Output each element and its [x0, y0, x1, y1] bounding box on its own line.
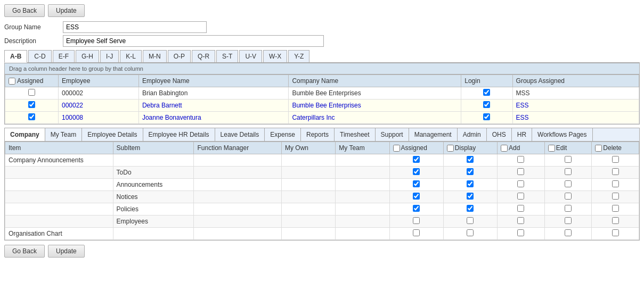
perm-add-cb-3[interactable]	[517, 193, 524, 200]
perm-delete-cb-3[interactable]	[612, 193, 619, 200]
alphabet-tabs: A-BC-DE-FG-HI-JK-LM-NO-PQ-RS-TU-VW-XY-Z	[4, 50, 640, 63]
emp-col-assigned: Assigned	[5, 75, 59, 87]
emp-login-cb-0[interactable]	[483, 89, 490, 96]
perm-delete-cb-5[interactable]	[612, 217, 619, 224]
perm-add-cb-6[interactable]	[517, 229, 524, 236]
alpha-tab-q-r[interactable]: Q-R	[192, 50, 215, 62]
perm-display-cb-3[interactable]	[467, 193, 474, 200]
perm-tab-leave-details[interactable]: Leave Details	[215, 128, 265, 141]
emp-assigned-cb-1[interactable]	[28, 101, 35, 108]
perm-display-header-cb[interactable]	[447, 145, 454, 152]
perm-cell-assigned	[389, 167, 443, 179]
perm-delete-cb-1[interactable]	[612, 168, 619, 175]
emp-cell-company: Caterpillars Inc	[289, 112, 461, 124]
perm-delete-header-cb[interactable]	[595, 145, 602, 152]
emp-login-cb-2[interactable]	[483, 113, 490, 120]
perm-tab-employee-details[interactable]: Employee Details	[82, 128, 143, 141]
perm-tab-reports[interactable]: Reports	[301, 128, 335, 141]
perm-assigned-cb-4[interactable]	[413, 205, 420, 212]
update-button-top[interactable]: Update	[48, 4, 85, 17]
perm-edit-header-cb[interactable]	[548, 145, 555, 152]
perm-delete-cb-2[interactable]	[612, 180, 619, 187]
alpha-tab-s-t[interactable]: S-T	[216, 50, 238, 62]
alpha-tab-w-x[interactable]: W-X	[263, 50, 287, 62]
go-back-button-bottom[interactable]: Go Back	[4, 245, 45, 258]
perm-add-cb-4[interactable]	[517, 205, 524, 212]
perm-tab-admin[interactable]: Admin	[458, 128, 487, 141]
perm-cell-assigned	[389, 228, 443, 240]
perm-cell-my-own	[282, 179, 336, 191]
perm-tab-management[interactable]: Management	[409, 128, 458, 141]
perm-edit-cb-4[interactable]	[565, 205, 572, 212]
perm-tab-ohs[interactable]: OHS	[487, 128, 512, 141]
alpha-tab-i-j[interactable]: I-J	[100, 50, 119, 62]
assigned-header-checkbox[interactable]	[9, 78, 15, 85]
emp-cell-login	[461, 87, 512, 100]
perm-display-cb-1[interactable]	[467, 168, 474, 175]
perm-delete-cb-4[interactable]	[612, 205, 619, 212]
emp-assigned-cb-2[interactable]	[28, 113, 35, 120]
perm-cell-item	[5, 203, 113, 216]
perm-assigned-cb-0[interactable]	[413, 156, 420, 163]
alpha-tab-u-v[interactable]: U-V	[239, 50, 262, 62]
perm-add-header-cb[interactable]	[501, 145, 508, 152]
perm-cell-edit	[544, 203, 592, 216]
perm-cell-subitem	[113, 154, 194, 167]
perm-assigned-cb-2[interactable]	[413, 180, 420, 187]
perm-edit-cb-6[interactable]	[565, 229, 572, 236]
description-input[interactable]	[63, 35, 324, 47]
go-back-button-top[interactable]: Go Back	[4, 4, 45, 17]
perm-col-add: Add	[498, 142, 545, 154]
alpha-tab-e-f[interactable]: E-F	[53, 50, 75, 62]
perm-cell-item: Organisation Chart	[5, 228, 113, 240]
emp-login-cb-1[interactable]	[483, 101, 490, 108]
perm-add-cb-5[interactable]	[517, 217, 524, 224]
perm-display-cb-2[interactable]	[467, 180, 474, 187]
perm-tab-workflows-pages[interactable]: Workflows Pages	[532, 128, 592, 141]
perm-delete-cb-6[interactable]	[612, 229, 619, 236]
perm-add-cb-0[interactable]	[517, 156, 524, 163]
update-button-bottom[interactable]: Update	[48, 245, 85, 258]
perm-edit-cb-0[interactable]	[565, 156, 572, 163]
top-toolbar: Go Back Update	[4, 4, 640, 17]
alpha-tab-c-d[interactable]: C-D	[28, 50, 51, 62]
alpha-tab-g-h[interactable]: G-H	[76, 50, 99, 62]
perm-display-cb-5[interactable]	[467, 217, 474, 224]
perm-display-cb-4[interactable]	[467, 205, 474, 212]
bottom-toolbar: Go Back Update	[4, 245, 640, 258]
perm-assigned-cb-5[interactable]	[413, 217, 420, 224]
perm-tab-employee-hr-details[interactable]: Employee HR Details	[143, 128, 215, 141]
perm-edit-cb-1[interactable]	[565, 168, 572, 175]
perm-tab-support[interactable]: Support	[376, 128, 409, 141]
emp-assigned-cb-0[interactable]	[28, 89, 35, 96]
alpha-tab-o-p[interactable]: O-P	[168, 50, 191, 62]
alpha-tab-k-l[interactable]: K-L	[120, 50, 142, 62]
perm-col-edit: Edit	[544, 142, 592, 154]
alpha-tab-a-b[interactable]: A-B	[4, 50, 27, 63]
perm-assigned-cb-6[interactable]	[413, 229, 420, 236]
perm-display-cb-6[interactable]	[467, 229, 474, 236]
perm-tab-my-team[interactable]: My Team	[45, 128, 82, 141]
alpha-tab-m-n[interactable]: M-N	[143, 50, 167, 62]
group-name-input[interactable]	[63, 21, 207, 33]
perm-add-cb-2[interactable]	[517, 180, 524, 187]
perm-cell-display	[443, 203, 497, 216]
perm-add-cb-1[interactable]	[517, 168, 524, 175]
perm-tab-timesheet[interactable]: Timesheet	[335, 128, 376, 141]
perm-delete-cb-0[interactable]	[612, 156, 619, 163]
perm-edit-cb-2[interactable]	[565, 180, 572, 187]
perm-edit-cb-3[interactable]	[565, 193, 572, 200]
perm-edit-cb-5[interactable]	[565, 217, 572, 224]
perm-assigned-cb-3[interactable]	[413, 193, 420, 200]
emp-cell-name: Debra Barnett	[138, 100, 288, 112]
perm-assigned-cb-1[interactable]	[413, 168, 420, 175]
perm-assigned-header-cb[interactable]	[393, 145, 400, 152]
perm-cell-my-own	[282, 191, 336, 203]
employee-row: 000022 Debra Barnett Bumble Bee Enterpri…	[5, 100, 639, 112]
alpha-tab-y-z[interactable]: Y-Z	[288, 50, 309, 62]
perm-tab-expense[interactable]: Expense	[265, 128, 301, 141]
perm-display-cb-0[interactable]	[467, 156, 474, 163]
perm-tab-company[interactable]: Company	[5, 128, 45, 141]
emp-cell-company: Bumble Bee Enterprises	[289, 100, 461, 112]
perm-tab-hr[interactable]: HR	[512, 128, 532, 141]
